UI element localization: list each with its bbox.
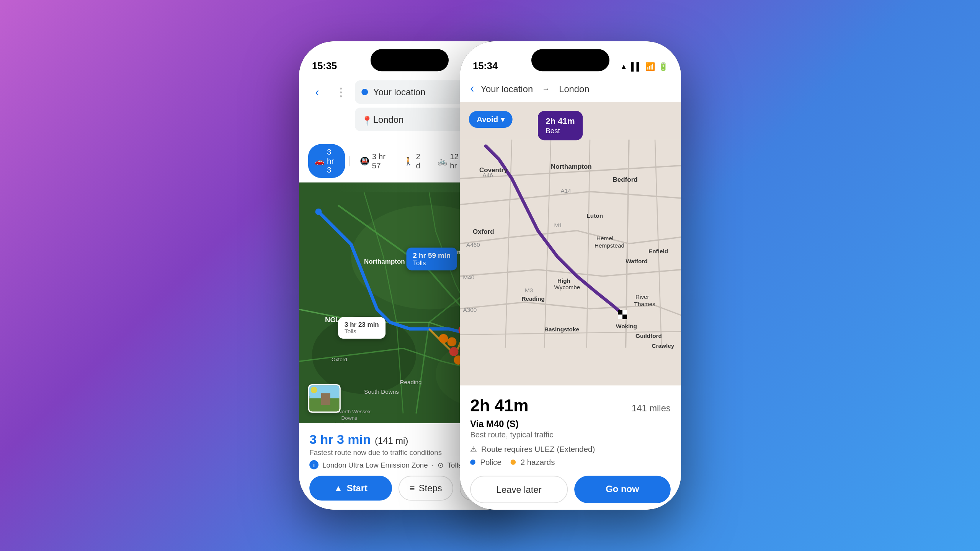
svg-rect-37 xyxy=(618,310,622,315)
route-card-secondary: 3 hr 23 min Tolls xyxy=(338,317,385,339)
hazards-row: Police 2 hazards xyxy=(470,458,671,467)
svg-text:Woking: Woking xyxy=(616,323,637,329)
svg-text:National: National xyxy=(335,422,354,423)
best-route-badge: 2h 41m Best xyxy=(538,111,583,140)
svg-text:Crawley: Crawley xyxy=(652,342,675,349)
svg-text:Watford: Watford xyxy=(626,258,648,264)
start-label: Start xyxy=(347,483,368,493)
route-secondary-time: 3 hr 23 min xyxy=(345,321,379,328)
svg-rect-38 xyxy=(622,315,627,319)
svg-point-20 xyxy=(448,337,457,347)
p2-distance: 141 miles xyxy=(632,403,671,413)
svg-text:Oxford: Oxford xyxy=(473,228,494,235)
tab-transit[interactable]: 🚇 3 hr 57 xyxy=(353,149,393,174)
avoid-button[interactable]: Avoid ▾ xyxy=(469,111,513,128)
bike-icon: 🚲 xyxy=(438,156,448,166)
go-now-button[interactable]: Go now xyxy=(574,476,671,503)
to-label: London xyxy=(373,114,403,124)
battery-icon-2: 🔋 xyxy=(658,62,668,71)
hazard-dot-icon xyxy=(511,460,516,465)
svg-point-21 xyxy=(439,334,448,343)
back-button-2[interactable]: ‹ xyxy=(470,82,474,95)
svg-text:Oxford: Oxford xyxy=(332,357,347,362)
street-view-thumbnail[interactable] xyxy=(308,384,341,413)
nav-arrow-icon-2: ▲ xyxy=(620,62,627,71)
police-dot-icon xyxy=(470,460,475,465)
svg-point-27 xyxy=(311,387,317,393)
svg-text:Reading: Reading xyxy=(522,295,545,302)
leave-later-label: Leave later xyxy=(497,484,542,495)
street-view-img xyxy=(309,385,341,412)
police-label: Police xyxy=(480,458,501,467)
svg-text:Basingstoke: Basingstoke xyxy=(544,326,579,333)
tab-car[interactable]: 🚗 3 hr 3 xyxy=(308,144,345,178)
walk-icon: 🚶 xyxy=(403,156,413,166)
ulez-text: Route requires ULEZ (Extended) xyxy=(481,445,595,454)
car-icon: 🚗 xyxy=(315,156,325,166)
svg-text:Downs: Downs xyxy=(341,415,358,421)
svg-text:Reading: Reading xyxy=(400,379,422,385)
route-arrow: → xyxy=(542,84,550,93)
steps-button[interactable]: ≡ Steps xyxy=(399,476,453,501)
signal-icon-2: ▌▌ xyxy=(631,62,642,71)
status-icons-2: ▲ ▌▌ 📶 🔋 xyxy=(620,62,668,71)
svg-point-22 xyxy=(449,347,459,356)
leave-later-button[interactable]: Leave later xyxy=(470,476,568,503)
avoid-label: Avoid xyxy=(477,115,498,124)
go-now-label: Go now xyxy=(606,484,639,494)
start-button[interactable]: ▲ Start xyxy=(309,476,392,501)
phone-2-screen: 15:34 ▲ ▌▌ 📶 🔋 ‹ Your location → London xyxy=(460,41,681,510)
svg-rect-26 xyxy=(321,393,330,405)
route-primary-time: 2 hr 59 min xyxy=(413,251,451,259)
map-svg-2: A46 A14 A460 M40 A300 M3 M1 Coventry Nor… xyxy=(460,102,681,385)
svg-text:Northampton: Northampton xyxy=(364,258,405,265)
status-time-1: 15:35 xyxy=(312,60,337,71)
p2-description: Best route, typical traffic xyxy=(470,430,671,440)
warning-triangle-icon: ⚠ xyxy=(470,445,477,454)
toll-icon: ⊙ xyxy=(438,461,443,469)
svg-text:Hempstead: Hempstead xyxy=(595,242,624,249)
svg-text:M40: M40 xyxy=(463,274,475,280)
chevron-down-icon: ▾ xyxy=(501,115,505,124)
start-nav-icon: ▲ xyxy=(334,483,343,493)
map-area-2: A46 A14 A460 M40 A300 M3 M1 Coventry Nor… xyxy=(460,102,681,385)
best-time: 2h 41m xyxy=(546,116,575,127)
car-time: 3 hr 3 xyxy=(327,147,338,174)
svg-point-17 xyxy=(315,209,322,215)
ulez-warning: ⚠ Route requires ULEZ (Extended) xyxy=(470,445,671,454)
route-primary-info: Tolls xyxy=(413,259,451,267)
svg-text:Guildford: Guildford xyxy=(635,333,662,339)
tab-walk[interactable]: 🚶 2 d xyxy=(397,149,427,174)
transit-icon: 🚇 xyxy=(360,156,370,166)
svg-text:Enfield: Enfield xyxy=(648,248,668,254)
svg-text:North Wessex: North Wessex xyxy=(338,409,371,414)
from-dot-icon xyxy=(361,89,368,95)
bike-time: 12 hr xyxy=(450,152,460,170)
back-button-1[interactable]: ‹ xyxy=(308,83,327,101)
svg-text:Wycombe: Wycombe xyxy=(554,284,580,290)
emission-zone-info: London Ultra Low Emission Zone xyxy=(322,461,428,469)
hazards-label: 2 hazards xyxy=(521,458,555,467)
svg-text:South Downs: South Downs xyxy=(364,388,399,395)
dot-sep: · xyxy=(432,461,434,469)
from-label: Your location xyxy=(373,87,426,97)
to-label-2: London xyxy=(559,83,589,94)
action-buttons-2: Leave later Go now xyxy=(470,476,671,503)
svg-text:A460: A460 xyxy=(466,241,480,248)
p2-via: Via M40 (S) xyxy=(470,419,671,429)
walk-time: 2 d xyxy=(416,152,420,170)
steps-label: Steps xyxy=(419,483,442,493)
wifi-icon-2: 📶 xyxy=(645,62,655,71)
info-badge-icon: i xyxy=(309,460,318,469)
bottom-panel-2: 2h 41m 141 miles Via M40 (S) Best route,… xyxy=(460,385,681,510)
transit-time: 3 hr 57 xyxy=(372,152,387,170)
steps-icon: ≡ xyxy=(410,483,415,493)
dynamic-island-2 xyxy=(531,49,609,71)
svg-text:A300: A300 xyxy=(463,306,477,313)
route-distance: (141 mi) xyxy=(375,435,408,446)
from-label-2: Your location xyxy=(480,83,533,94)
dynamic-island-1 xyxy=(371,49,449,71)
phone-2: 15:34 ▲ ▌▌ 📶 🔋 ‹ Your location → London xyxy=(460,41,681,510)
svg-text:Bedford: Bedford xyxy=(613,176,638,183)
destination-pin-icon: 📍 xyxy=(361,116,368,123)
